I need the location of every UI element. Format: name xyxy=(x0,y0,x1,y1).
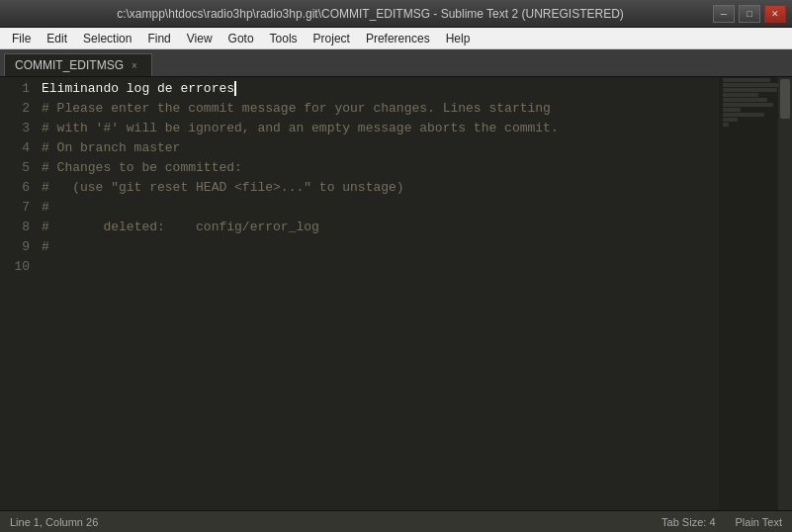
line-numbers: 12345678910 xyxy=(0,77,38,510)
code-line-7: # xyxy=(42,198,792,218)
menu-item-project[interactable]: Project xyxy=(306,30,358,47)
file-tab[interactable]: COMMIT_EDITMSG × xyxy=(4,53,152,76)
menu-item-tools[interactable]: Tools xyxy=(262,30,306,47)
code-line-5: # Changes to be committed: xyxy=(42,158,792,178)
menu-item-help[interactable]: Help xyxy=(438,30,479,47)
tab-filename: COMMIT_EDITMSG xyxy=(15,58,124,72)
line-number-7: 7 xyxy=(0,198,30,218)
titlebar: c:\xampp\htdocs\radio3hp\radio3hp.git\CO… xyxy=(0,0,792,28)
syntax-mode: Plain Text xyxy=(736,516,783,528)
menu-item-find[interactable]: Find xyxy=(139,30,178,47)
scrollbar[interactable] xyxy=(778,77,792,510)
editor: 12345678910 Eliminando log de errores# P… xyxy=(0,77,792,510)
tab-close-button[interactable]: × xyxy=(132,60,137,71)
code-line-9: # xyxy=(42,237,792,257)
line-number-4: 4 xyxy=(0,138,30,158)
minimize-icon: ─ xyxy=(721,9,727,19)
code-line-2: # Please enter the commit message for yo… xyxy=(42,99,792,119)
minimize-button[interactable]: ─ xyxy=(713,5,735,23)
cursor-position: Line 1, Column 26 xyxy=(10,516,98,528)
window-controls: ─ □ ✕ xyxy=(713,5,786,23)
close-icon: ✕ xyxy=(771,9,779,19)
line-number-2: 2 xyxy=(0,99,30,119)
maximize-button[interactable]: □ xyxy=(739,5,760,23)
line-number-3: 3 xyxy=(0,119,30,138)
line-number-10: 10 xyxy=(0,257,30,277)
tabbar: COMMIT_EDITMSG × xyxy=(0,49,792,77)
code-line-1: Eliminando log de errores xyxy=(42,79,792,99)
menu-item-selection[interactable]: Selection xyxy=(75,30,139,47)
scrollbar-thumb[interactable] xyxy=(780,79,790,119)
maximize-icon: □ xyxy=(747,9,751,19)
minimap xyxy=(719,77,778,510)
line-number-9: 9 xyxy=(0,237,30,257)
menu-item-view[interactable]: View xyxy=(179,30,220,47)
code-area[interactable]: Eliminando log de errores# Please enter … xyxy=(38,77,792,510)
menu-item-goto[interactable]: Goto xyxy=(220,30,262,47)
line-number-5: 5 xyxy=(0,158,30,178)
line-number-6: 6 xyxy=(0,178,30,198)
statusbar-right: Tab Size: 4 Plain Text xyxy=(661,516,782,528)
menu-item-file[interactable]: File xyxy=(4,30,39,47)
code-line-4: # On branch master xyxy=(42,138,792,158)
menu-item-preferences[interactable]: Preferences xyxy=(358,30,438,47)
line-number-8: 8 xyxy=(0,218,30,237)
menubar: FileEditSelectionFindViewGotoToolsProjec… xyxy=(0,28,792,49)
code-line-6: # (use "git reset HEAD <file>..." to uns… xyxy=(42,178,792,198)
code-line-3: # with '#' will be ignored, and an empty… xyxy=(42,119,792,138)
close-button[interactable]: ✕ xyxy=(764,5,786,23)
code-line-10 xyxy=(42,257,792,277)
text-cursor xyxy=(234,81,236,96)
code-line-8: # deleted: config/error_log xyxy=(42,218,792,237)
tab-size: Tab Size: 4 xyxy=(661,516,715,528)
statusbar-left: Line 1, Column 26 xyxy=(10,516,98,528)
statusbar: Line 1, Column 26 Tab Size: 4 Plain Text xyxy=(0,510,792,532)
menu-item-edit[interactable]: Edit xyxy=(39,30,75,47)
titlebar-title: c:\xampp\htdocs\radio3hp\radio3hp.git\CO… xyxy=(28,7,713,21)
line-number-1: 1 xyxy=(0,79,30,99)
